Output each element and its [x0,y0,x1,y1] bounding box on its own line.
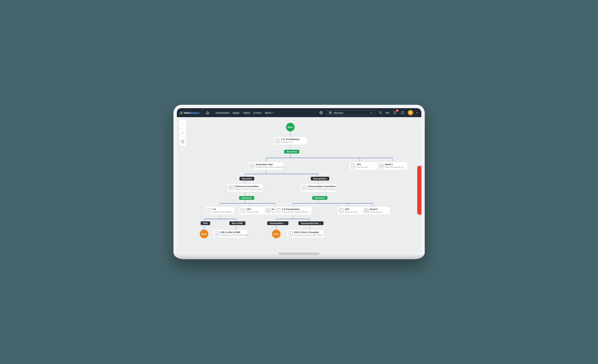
svg-point-3 [251,166,252,166]
flow-canvas[interactable]: ＋ − [177,117,421,252]
connector [293,215,293,219]
home-icon [206,111,209,114]
node-definition[interactable]: 1 TL CU DefinitionActivities: 1.24 [274,137,307,145]
refresh-icon [241,208,245,213]
node-rb-2a[interactable]: R.B 2.A Not in DNDJump back to previous … [213,230,248,238]
connector [290,154,291,158]
divider [213,111,213,115]
pill-submitted-3[interactable]: Submitted [312,196,328,200]
branch-icon [207,208,211,213]
connector [245,174,318,174]
connector [293,203,348,204]
pill-submitted-2[interactable]: Submitted [239,196,254,200]
brand-text-2: Mapper [190,111,199,114]
node-email3[interactable]: Email 3Send cuatLud bolfic e… [362,207,390,215]
settings-button[interactable] [318,110,324,115]
pill-submitted[interactable]: Submitted [284,150,299,154]
search-button[interactable] [378,110,383,115]
laptop-mockup: TaskMapper Dashboard Maps Tasks Forms Mo… [174,105,425,259]
clipboard-icon [229,186,233,190]
connector [309,219,310,221]
workspace-selected: Horizon [334,111,343,114]
return-icon [288,232,293,236]
chevron-down-icon [272,112,274,114]
pill-not-dnd[interactable]: Not in DND [229,221,245,225]
node-easement-acq[interactable]: 2 Easement AcquisitionCreate a new form … [227,184,264,192]
home-button[interactable] [205,110,210,115]
connector [236,225,236,230]
connector [293,203,293,207]
nav-forms[interactable]: Forms [254,111,262,114]
notifications-button[interactable]: 6 [392,110,397,115]
clipboard-icon [302,186,306,190]
pill-expropriation[interactable]: Expropriation [311,177,330,181]
connector [290,131,291,137]
laptop-base [174,252,425,259]
connector [318,193,319,196]
mail-icon [364,208,368,213]
mail-icon [379,164,384,168]
pill-dnd[interactable]: DND [201,221,210,225]
pill-easement[interactable]: Easement [240,177,254,181]
branch-icon [250,164,254,168]
connector [220,215,220,219]
node-3a-expro[interactable]: 3.A ExpropriationRoute the form through … [274,207,312,215]
chevron-down-icon[interactable] [416,111,418,114]
refresh-icon [339,208,344,213]
node-uf1[interactable]: UF1Use form data trupted four… [349,162,377,170]
node-email1[interactable]: Email 1Send courniasivific posi… [377,162,407,170]
connector [266,158,266,162]
notification-badge: 6 [396,109,399,112]
connector [275,203,275,207]
connector [290,145,291,150]
branch-icon [276,208,281,213]
connector [318,181,319,184]
brand-logo[interactable]: TaskMapper [180,111,199,114]
svg-point-4 [252,166,253,166]
connector [360,158,360,162]
nav-more[interactable]: More [265,111,274,114]
connector [309,225,310,230]
connector [245,174,245,177]
svg-point-0 [320,112,321,113]
chat-button[interactable] [400,110,405,115]
connector [392,158,393,162]
connector [245,200,245,203]
node-2a[interactable]: 2.ARoute through different steps bas… [205,207,235,215]
chevron-down-icon [370,111,373,114]
node-rb-3a[interactable]: R.B 2.A Not in CompleteJump back to prev… [287,230,324,238]
connector [348,203,349,207]
nav-tasks[interactable]: Tasks [243,111,250,114]
main-nav: Dashboard Maps Tasks Forms More [216,111,274,114]
mail-icon [266,208,270,213]
end-node-2[interactable]: End [272,230,281,238]
chat-icon [401,111,404,114]
connector [266,158,392,158]
connector [276,219,309,219]
start-node[interactable]: Start [286,123,295,131]
connector [318,174,319,177]
pill-expro-not[interactable]: Expropriation Not … [298,221,324,225]
connector [266,171,266,174]
node-acquisition-type[interactable]: Acquisition TypeRoute the form through d… [248,162,284,170]
language-toggle[interactable]: EN [386,111,390,114]
user-avatar[interactable]: M [408,110,413,115]
logo-bars-icon [180,111,182,114]
node-expro-acq[interactable]: 3 Expropriation AcquisitionCreate a new … [300,184,337,192]
clipboard-icon [275,139,280,143]
connector [250,203,250,207]
connector [318,200,319,203]
workspace-selector[interactable]: Horizon [326,110,375,115]
layers-icon [329,111,332,114]
node-uf2[interactable]: UF2Use form data to un fir… [239,207,267,215]
connector [348,203,373,204]
end-node-1[interactable]: End [200,230,208,238]
connector [373,203,373,207]
connector [204,225,204,230]
nav-maps[interactable]: Maps [233,111,240,114]
bell-icon [393,111,396,114]
pill-expro-dots[interactable]: Expropriation … [267,221,289,225]
divider [202,111,202,115]
nav-dashboard[interactable]: Dashboard [216,111,229,114]
node-uf3[interactable]: UF3Use form data datoo upver… [337,207,365,215]
